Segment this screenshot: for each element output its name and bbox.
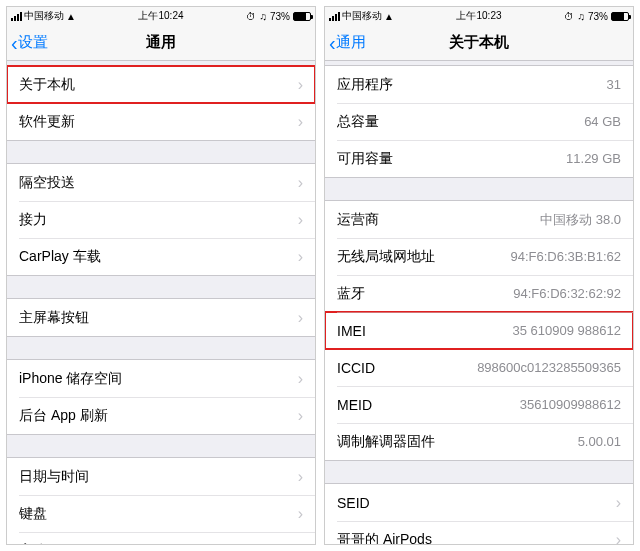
nav-title: 通用 [7, 33, 315, 52]
cell-总容量[interactable]: 总容量64 GB [325, 103, 633, 140]
cell-应用程序[interactable]: 应用程序31 [325, 66, 633, 103]
status-bar: 中国移动 ▲ 上午10:24 ⏱ ♫ 73% [7, 7, 315, 25]
settings-list: 关于本机›软件更新›隔空投送›接力›CarPlay 车载›主屏幕按钮›iPhon… [7, 61, 315, 544]
chevron-right-icon: › [298, 407, 303, 425]
cell-哥哥的 AirPods[interactable]: 哥哥的 AirPods› [325, 521, 633, 544]
cell-label: 无线局域网地址 [337, 248, 510, 266]
cell-label: iPhone 储存空间 [19, 370, 292, 388]
battery-icon [293, 12, 311, 21]
cell-label: 接力 [19, 211, 292, 229]
chevron-right-icon: › [298, 113, 303, 131]
cell-label: 软件更新 [19, 113, 292, 131]
wifi-icon: ▲ [384, 11, 394, 22]
nav-title: 关于本机 [325, 33, 633, 52]
cell-value: 94:F6:D6:3B:B1:62 [510, 249, 621, 264]
cell-label: 运营商 [337, 211, 540, 229]
chevron-right-icon: › [616, 531, 621, 545]
cell-蓝牙[interactable]: 蓝牙94:F6:D6:32:62:92 [325, 275, 633, 312]
cell-group: 主屏幕按钮› [7, 298, 315, 337]
cell-label: 键盘 [19, 505, 292, 523]
nav-back-button[interactable]: ‹ 设置 [7, 33, 48, 53]
chevron-right-icon: › [298, 468, 303, 486]
cell-label: 隔空投送 [19, 174, 292, 192]
alarm-icon: ⏱ [564, 11, 574, 22]
cell-label: 后台 App 刷新 [19, 407, 292, 425]
cell-group: 运营商中国移动 38.0无线局域网地址94:F6:D6:3B:B1:62蓝牙94… [325, 200, 633, 461]
nav-bar: ‹ 通用 关于本机 [325, 25, 633, 61]
cell-label: 调制解调器固件 [337, 433, 578, 451]
cell-CarPlay 车载[interactable]: CarPlay 车载› [7, 238, 315, 275]
cell-group: iPhone 储存空间›后台 App 刷新› [7, 359, 315, 435]
cell-label: MEID [337, 397, 520, 413]
cell-value: 31 [607, 77, 621, 92]
cell-label: 可用容量 [337, 150, 566, 168]
cell-group: 隔空投送›接力›CarPlay 车载› [7, 163, 315, 276]
phone-left: 中国移动 ▲ 上午10:24 ⏱ ♫ 73% ‹ 设置 通用 关于本机›软件更新… [6, 6, 316, 545]
cell-group: 关于本机›软件更新› [7, 65, 315, 141]
signal-icon [11, 12, 22, 21]
about-list: 应用程序31总容量64 GB可用容量11.29 GB运营商中国移动 38.0无线… [325, 61, 633, 544]
headphone-icon: ♫ [577, 11, 585, 22]
cell-value: 35 610909 988612 [513, 323, 621, 338]
cell-运营商[interactable]: 运营商中国移动 38.0 [325, 201, 633, 238]
group-gap [7, 435, 315, 457]
cell-label: 总容量 [337, 113, 584, 131]
cell-label: 字体 [19, 542, 292, 545]
battery-percent: 73% [270, 11, 290, 22]
chevron-right-icon: › [298, 505, 303, 523]
cell-label: 日期与时间 [19, 468, 292, 486]
cell-value: 11.29 GB [566, 151, 621, 166]
chevron-right-icon: › [298, 370, 303, 388]
cell-隔空投送[interactable]: 隔空投送› [7, 164, 315, 201]
wifi-icon: ▲ [66, 11, 76, 22]
cell-无线局域网地址[interactable]: 无线局域网地址94:F6:D6:3B:B1:62 [325, 238, 633, 275]
cell-value: 94:F6:D6:32:62:92 [513, 286, 621, 301]
nav-back-button[interactable]: ‹ 通用 [325, 33, 366, 53]
cell-label: 哥哥的 AirPods [337, 531, 610, 545]
nav-bar: ‹ 设置 通用 [7, 25, 315, 61]
chevron-right-icon: › [298, 248, 303, 266]
cell-关于本机[interactable]: 关于本机› [7, 66, 315, 103]
battery-percent: 73% [588, 11, 608, 22]
chevron-right-icon: › [298, 542, 303, 545]
cell-主屏幕按钮[interactable]: 主屏幕按钮› [7, 299, 315, 336]
headphone-icon: ♫ [259, 11, 267, 22]
cell-可用容量[interactable]: 可用容量11.29 GB [325, 140, 633, 177]
cell-label: 应用程序 [337, 76, 607, 94]
cell-group: SEID›哥哥的 AirPods› [325, 483, 633, 544]
cell-iPhone 储存空间[interactable]: iPhone 储存空间› [7, 360, 315, 397]
cell-字体[interactable]: 字体› [7, 532, 315, 544]
cell-label: 关于本机 [19, 76, 292, 94]
cell-label: IMEI [337, 323, 513, 339]
cell-IMEI[interactable]: IMEI35 610909 988612 [325, 312, 633, 349]
chevron-right-icon: › [298, 211, 303, 229]
signal-icon [329, 12, 340, 21]
cell-label: SEID [337, 495, 610, 511]
cell-ICCID[interactable]: ICCID898600c0123285509365 [325, 349, 633, 386]
cell-value: 5.00.01 [578, 434, 621, 449]
phone-right: 中国移动 ▲ 上午10:23 ⏱ ♫ 73% ‹ 通用 关于本机 应用程序31总… [324, 6, 634, 545]
cell-group: 日期与时间›键盘›字体›语言与地区› [7, 457, 315, 544]
chevron-left-icon: ‹ [329, 33, 336, 53]
cell-SEID[interactable]: SEID› [325, 484, 633, 521]
cell-日期与时间[interactable]: 日期与时间› [7, 458, 315, 495]
cell-value: 898600c0123285509365 [477, 360, 621, 375]
cell-后台 App 刷新[interactable]: 后台 App 刷新› [7, 397, 315, 434]
status-time: 上午10:24 [138, 9, 183, 23]
chevron-right-icon: › [298, 309, 303, 327]
cell-label: CarPlay 车载 [19, 248, 292, 266]
carrier-label: 中国移动 [342, 9, 382, 23]
cell-label: 主屏幕按钮 [19, 309, 292, 327]
cell-label: ICCID [337, 360, 477, 376]
cell-接力[interactable]: 接力› [7, 201, 315, 238]
battery-icon [611, 12, 629, 21]
cell-调制解调器固件[interactable]: 调制解调器固件5.00.01 [325, 423, 633, 460]
cell-软件更新[interactable]: 软件更新› [7, 103, 315, 140]
group-gap [325, 461, 633, 483]
alarm-icon: ⏱ [246, 11, 256, 22]
group-gap [325, 178, 633, 200]
cell-MEID[interactable]: MEID35610909988612 [325, 386, 633, 423]
cell-label: 蓝牙 [337, 285, 513, 303]
status-time: 上午10:23 [456, 9, 501, 23]
cell-键盘[interactable]: 键盘› [7, 495, 315, 532]
